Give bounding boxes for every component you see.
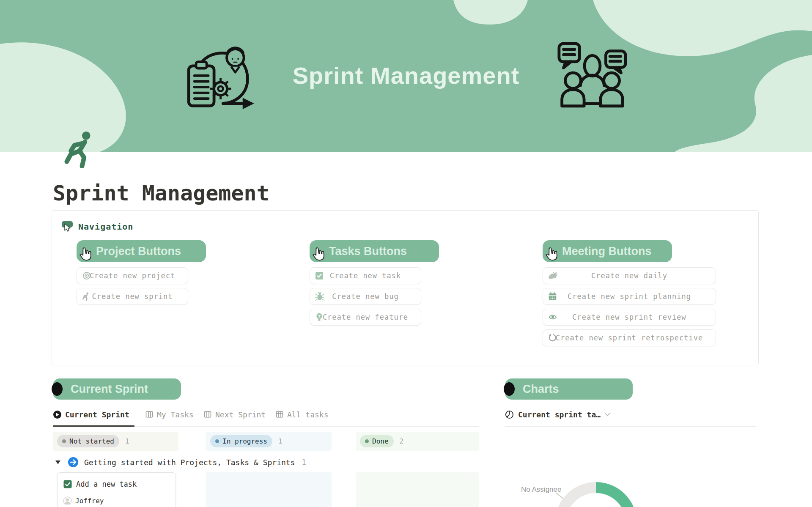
charts-view-tab[interactable]: Current sprint ta… (505, 407, 610, 422)
black-dot-icon (52, 382, 63, 396)
charts-heading: Charts (505, 378, 633, 400)
project-buttons-header[interactable]: Project Buttons (77, 240, 206, 262)
task-title[interactable]: Add a new task (76, 480, 137, 488)
bug-icon (315, 292, 324, 301)
tab-all-tasks[interactable]: All tasks (275, 407, 329, 422)
active-tab-underline (53, 425, 134, 427)
create-new-bug-button[interactable]: Create new bug (310, 288, 421, 305)
cursor-click-icon (61, 221, 73, 233)
status-pill-in-progress[interactable]: In progress (210, 435, 272, 447)
hand-pointer-icon (311, 246, 325, 262)
status-dot (62, 439, 66, 443)
status-pill-not-started[interactable]: Not started (57, 435, 119, 447)
tab-current-sprint[interactable]: Current Sprint (53, 407, 129, 422)
create-new-sprint-button[interactable]: Create new sprint (77, 288, 188, 305)
page-title[interactable]: Sprint Management (53, 181, 269, 206)
status-pill-done[interactable]: Done (360, 435, 394, 447)
banner-title: Sprint Management (237, 62, 575, 89)
undo-arrow-icon (548, 334, 557, 343)
runner-page-icon[interactable] (63, 130, 100, 168)
sprint-donut-chart[interactable] (555, 482, 637, 507)
create-new-daily-button[interactable]: Create new daily (543, 267, 716, 284)
tasks-buttons-group: Tasks Buttons Create new task Create new… (310, 240, 439, 326)
board-icon (145, 410, 154, 419)
meeting-icon (557, 41, 627, 108)
navigation-label: Navigation (78, 222, 133, 232)
hand-pointer-icon (78, 246, 92, 262)
board-column-in-progress: In progress 1 (206, 432, 332, 451)
lightbulb-icon (315, 312, 324, 322)
cover-banner: Sprint Management (0, 0, 812, 152)
target-icon (82, 271, 91, 280)
done-lane (356, 472, 479, 507)
status-dot (215, 439, 219, 443)
project-buttons-group: Project Buttons Create new project Creat… (77, 240, 206, 305)
toggle-triangle-icon[interactable] (55, 460, 60, 464)
group-title: Project Buttons (77, 245, 181, 258)
board-column-done: Done 2 (356, 432, 479, 451)
task-checkbox-icon[interactable] (63, 480, 72, 488)
meeting-buttons-header[interactable]: Meeting Buttons (543, 240, 672, 262)
current-sprint-heading: Current Sprint (53, 378, 181, 400)
charts-divider (505, 426, 756, 427)
play-circle-icon (53, 410, 62, 419)
runner-icon (82, 292, 91, 301)
tasks-buttons-header[interactable]: Tasks Buttons (310, 240, 439, 262)
create-new-sprint-review-button[interactable]: Create new sprint review (543, 309, 716, 326)
task-card[interactable]: Add a new task Joffrey (57, 472, 176, 507)
avatar-icon (63, 496, 72, 505)
calendar-icon (548, 292, 557, 301)
group-title-link[interactable]: Getting started with Projects, Tasks & S… (84, 458, 295, 467)
in-progress-lane (206, 472, 332, 507)
sprint-management-page: Sprint Management (0, 0, 812, 507)
column-count: 1 (125, 437, 129, 445)
board-column-not-started: Not started 1 (53, 432, 178, 451)
eye-icon (548, 313, 557, 321)
board-icon (203, 410, 212, 419)
create-new-sprint-retrospective-button[interactable]: Create new sprint retrospective (543, 329, 716, 346)
board-group-row: Getting started with Projects, Tasks & S… (53, 455, 306, 469)
black-dot-icon (504, 382, 515, 396)
create-new-project-button[interactable]: Create new project (77, 267, 188, 284)
sun-cloud-icon (548, 271, 558, 280)
arrow-circle-icon (68, 457, 79, 468)
group-count: 1 (302, 458, 306, 466)
tab-my-tasks[interactable]: My Tasks (145, 407, 194, 422)
table-icon (275, 410, 284, 419)
create-new-task-button[interactable]: Create new task (310, 267, 421, 284)
navigation-callout: Navigation Project Buttons Create new pr… (52, 210, 759, 365)
group-title: Meeting Buttons (543, 245, 651, 258)
checkbox-icon (315, 271, 324, 280)
column-count: 2 (400, 437, 404, 445)
assignee-name[interactable]: Joffrey (75, 497, 104, 505)
status-dot (365, 439, 369, 443)
pie-chart-icon (505, 410, 514, 419)
chevron-down-icon[interactable] (605, 413, 610, 417)
hand-pointer-icon (544, 246, 558, 262)
create-new-sprint-planning-button[interactable]: Create new sprint planning (543, 288, 716, 305)
create-new-feature-button[interactable]: Create new feature (310, 309, 421, 326)
tab-next-sprint[interactable]: Next Sprint (203, 407, 266, 422)
column-count: 1 (278, 437, 283, 445)
meeting-buttons-group: Meeting Buttons Create new daily Create … (543, 240, 716, 346)
